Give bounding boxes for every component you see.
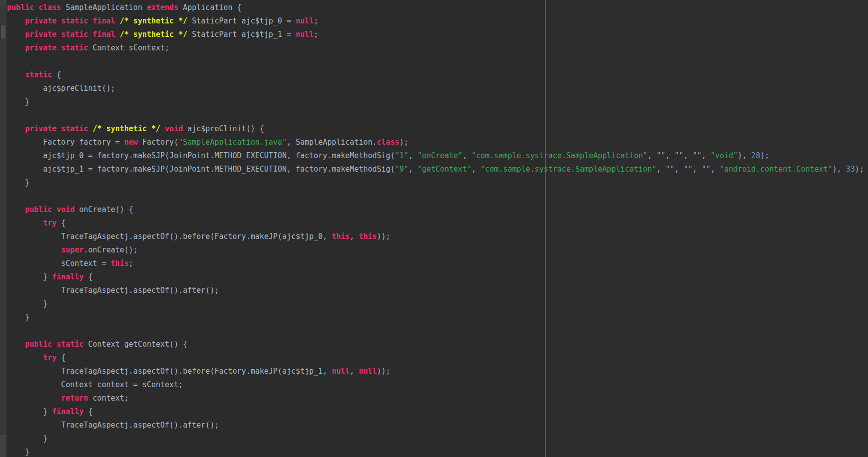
code-token-pl: );: [855, 165, 864, 174]
code-token-kw: public void: [25, 205, 74, 214]
code-line: } finally {: [7, 405, 868, 419]
code-line: [7, 190, 868, 203]
code-token-pl: ,: [693, 165, 702, 174]
code-token-pl: [7, 353, 43, 362]
scrollbar-bottom-cap: [0, 435, 6, 457]
code-line: } finally {: [7, 270, 868, 284]
code-token-pl: [7, 70, 25, 79]
code-line: private static Context sContext;: [7, 41, 868, 55]
code-token-pl: ,: [647, 151, 656, 160]
code-token-pl: ;: [129, 259, 133, 268]
code-token-pl: }: [7, 272, 52, 281]
code-token-kw: finally: [52, 407, 83, 416]
code-token-pl: [88, 124, 93, 133]
code-token-pl: [7, 219, 43, 228]
code-line: }: [7, 176, 868, 190]
code-token-pl: [115, 30, 120, 39]
code-token-pl: [7, 205, 25, 214]
code-token-kw: finally: [52, 272, 83, 281]
code-token-pl: }: [7, 434, 47, 443]
code-token-pl: sContext =: [7, 259, 111, 268]
code-token-kw: private static: [25, 124, 88, 133]
code-token-pl: ,: [462, 151, 471, 160]
code-line: [7, 324, 868, 338]
code-line: private static /* synthetic */ void ajc$…: [7, 122, 868, 136]
code-line: }: [7, 432, 868, 446]
code-token-pl: Factory factory =: [7, 138, 124, 147]
code-line: private static final /* synthetic */ Sta…: [7, 14, 868, 28]
code-token-pl: ajc$tjp_0 = factory.makeSJP(JoinPoint.ME…: [7, 151, 395, 160]
code-line: try {: [7, 351, 868, 365]
code-token-kw: new: [124, 138, 138, 147]
code-token-pl: [7, 43, 25, 52]
code-token-pl: [7, 30, 25, 39]
code-line: }: [7, 297, 868, 311]
code-token-pl: }: [7, 178, 29, 187]
code-editor[interactable]: public class SampleApplication extends A…: [7, 1, 868, 457]
code-token-pl: ,: [675, 165, 684, 174]
code-token-pl: ,: [409, 165, 418, 174]
code-line: private static final /* synthetic */ Sta…: [7, 28, 868, 41]
decompiled-code-view: public class SampleApplication extends A…: [0, 0, 868, 457]
code-token-estr: "": [693, 151, 702, 160]
code-token-cm: /* synthetic */: [120, 30, 187, 39]
code-token-pl: StaticPart ajc$tjp_0 =: [187, 16, 296, 25]
code-token-str: "void": [711, 151, 738, 160]
code-token-pl: ),: [833, 165, 846, 174]
code-line: TraceTagAspectj.aspectOf().before(Factor…: [7, 365, 868, 378]
code-token-pl: context;: [88, 394, 129, 403]
code-token-str: "android.content.Context": [720, 165, 833, 174]
code-token-pl: .onCreate();: [84, 245, 138, 254]
code-line: }: [7, 95, 868, 109]
code-token-pl: ajc$preClinit() {: [183, 124, 264, 133]
code-token-kw: private static final: [25, 30, 115, 39]
code-token-pl: ));: [377, 367, 391, 376]
code-token-pl: ,: [350, 232, 359, 241]
code-token-pl: ,: [350, 367, 359, 376]
code-token-kw: null: [332, 367, 350, 376]
code-token-pl: );: [760, 151, 769, 160]
code-token-str: "getContext": [418, 165, 471, 174]
code-token-pl: [7, 16, 25, 25]
code-token-pl: }: [7, 97, 29, 106]
code-token-kw: void: [165, 124, 183, 133]
code-token-estr: "": [656, 151, 665, 160]
scrollbar-top-cap: [0, 0, 6, 7]
code-token-pl: {: [84, 407, 93, 416]
code-token-pl: {: [84, 272, 93, 281]
code-token-pl: ,: [656, 165, 665, 174]
code-token-pl: Application {: [178, 3, 241, 12]
code-token-kw: null: [296, 30, 314, 39]
code-token-estr: "": [702, 165, 711, 174]
code-token-kw: null: [359, 367, 377, 376]
code-token-pl: Context getContext() {: [84, 340, 188, 349]
code-token-estr: "": [684, 165, 693, 174]
code-token-pl: {: [52, 70, 61, 79]
code-token-pl: );: [400, 138, 409, 147]
code-token-str: "SampleApplication.java": [178, 138, 287, 147]
scrollbar-thumb[interactable]: [1, 25, 5, 39]
code-token-pl: ,: [471, 165, 480, 174]
vertical-scrollbar[interactable]: [0, 0, 6, 457]
code-line: public class SampleApplication extends A…: [7, 1, 868, 14]
code-token-pl: SampleApplication: [61, 3, 147, 12]
code-token-pl: ,: [409, 151, 418, 160]
code-token-kw: try: [43, 353, 56, 362]
code-token-kw: return: [61, 394, 88, 403]
code-line: Factory factory = new Factory("SampleApp…: [7, 136, 868, 149]
code-line: [7, 55, 868, 68]
code-line: [7, 109, 868, 122]
code-line: return context;: [7, 392, 868, 405]
code-token-pl: Context sContext;: [88, 43, 170, 52]
code-token-kw: private static: [25, 43, 88, 52]
code-token-str: "com.sample.systrace.SampleApplication": [480, 165, 656, 174]
code-token-num: 33: [846, 165, 855, 174]
code-token-pl: [7, 124, 25, 133]
code-token-pl: }: [7, 448, 29, 457]
code-token-kw: try: [43, 219, 56, 228]
code-token-pl: Factory(: [138, 138, 178, 147]
code-token-kw: class: [377, 138, 400, 147]
code-token-pl: StaticPart ajc$tjp_1 =: [187, 30, 296, 39]
code-token-pl: }: [7, 313, 29, 322]
code-line: }: [7, 446, 868, 457]
